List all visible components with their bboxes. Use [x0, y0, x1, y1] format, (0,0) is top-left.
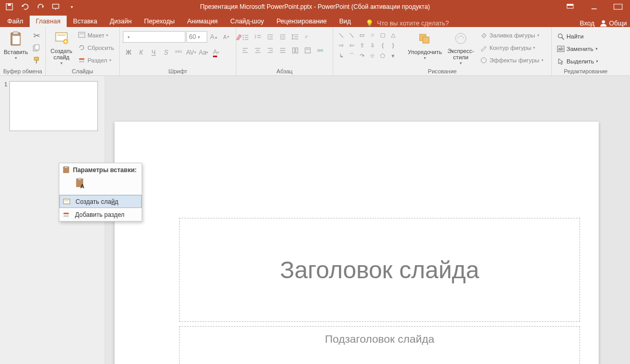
shape-more-icon[interactable]: ▾	[388, 51, 398, 60]
layout-button[interactable]: Макет▾	[76, 30, 116, 41]
shape-line-icon[interactable]: ＼	[336, 30, 346, 40]
cut-icon[interactable]: ✂	[31, 30, 42, 41]
tab-view[interactable]: Вид	[333, 16, 357, 27]
select-button[interactable]: Выделить▾	[555, 56, 600, 67]
shape-line-icon[interactable]: ＼	[347, 30, 356, 40]
line-spacing-button[interactable]	[289, 31, 301, 43]
font-family-combo[interactable]	[123, 31, 185, 43]
copy-icon[interactable]	[31, 43, 42, 53]
paste-keep-text-button[interactable]: A	[74, 177, 87, 190]
find-button[interactable]: Найти	[555, 31, 600, 42]
shapes-gallery[interactable]: ＼ ＼ ▭ ○ ▢ △ ⇨ ⇦ ⇧ ⇩ { } ↳ ⌒ ↷ ☆ ⬠ ▾	[336, 28, 404, 60]
shape-arrow-icon[interactable]: ⇦	[347, 41, 356, 50]
align-text-button[interactable]	[302, 45, 313, 56]
shape-rect-icon[interactable]: ▢	[378, 30, 387, 40]
slide-edit-area[interactable]: Заголовок слайда Подзаголовок слайда	[105, 76, 630, 364]
tab-home[interactable]: Главная	[30, 16, 67, 27]
pen-icon	[480, 44, 487, 51]
shape-arrow-icon[interactable]: ⇧	[357, 41, 367, 50]
justify-button[interactable]	[277, 45, 288, 56]
tab-slideshow[interactable]: Слайд-шоу	[224, 16, 270, 27]
underline-button[interactable]: Ч	[148, 47, 159, 58]
shape-rect-icon[interactable]: ▭	[357, 30, 367, 40]
change-case-button[interactable]: Aa▾	[198, 47, 209, 58]
font-color-button[interactable]: A▾	[210, 47, 222, 58]
svg-text:Iᴬ: Iᴬ	[305, 35, 308, 40]
qat-customize-icon[interactable]: ▾	[66, 1, 78, 12]
shape-callout-icon[interactable]: ⬠	[378, 51, 387, 60]
text-shadow-button[interactable]: ᵃᵇᶜ	[173, 47, 184, 58]
decrease-indent-button[interactable]	[264, 31, 276, 43]
align-right-button[interactable]	[264, 45, 276, 56]
format-painter-icon[interactable]	[31, 55, 42, 66]
drawing-group-label: Рисование	[336, 68, 548, 75]
person-icon	[600, 20, 607, 27]
shape-arrow-icon[interactable]: ⇨	[336, 41, 346, 50]
shape-arc-icon[interactable]: ⌒	[347, 51, 356, 60]
section-button[interactable]: Раздел▾	[76, 55, 116, 66]
arrange-button[interactable]: Упорядочить ▼	[406, 28, 444, 66]
paste-button[interactable]: Вставить ▼	[3, 28, 29, 66]
tab-file[interactable]: Файл	[1, 16, 30, 27]
bold-button[interactable]: Ж	[123, 47, 134, 58]
new-slide-button[interactable]: Создатьслайд ▼	[49, 28, 74, 66]
context-add-section[interactable]: Добавить раздел	[59, 208, 142, 221]
tab-design[interactable]: Дизайн	[104, 16, 138, 27]
redo-icon[interactable]	[34, 1, 47, 12]
tell-me-search[interactable]: 💡 Что вы хотите сделать?	[366, 19, 449, 27]
quick-access-toolbar: ▾	[0, 1, 81, 12]
replace-button[interactable]: abЗаменить▾	[555, 44, 600, 54]
close-icon[interactable]	[606, 0, 630, 14]
save-icon[interactable]	[3, 1, 16, 12]
shape-triangle-icon[interactable]: △	[388, 30, 398, 40]
align-center-button[interactable]	[252, 45, 263, 56]
decrease-font-icon[interactable]: A▼	[221, 31, 232, 43]
undo-icon[interactable]	[19, 1, 31, 12]
minimize-icon[interactable]	[582, 0, 606, 14]
share-button[interactable]: Общи	[600, 20, 627, 27]
shape-effects-button[interactable]: Эффекты фигуры▾	[478, 55, 546, 66]
shape-connector-icon[interactable]: ↳	[336, 51, 346, 60]
svg-point-25	[243, 35, 244, 36]
char-spacing-button[interactable]: AV▾	[185, 47, 197, 58]
strikethrough-button[interactable]: S	[160, 47, 172, 58]
bullets-button[interactable]	[240, 31, 251, 43]
title-placeholder[interactable]: Заголовок слайда	[179, 218, 580, 322]
increase-indent-button[interactable]	[277, 31, 288, 43]
shape-fill-button[interactable]: Заливка фигуры▾	[478, 30, 546, 41]
shape-arrow-icon[interactable]: ⇩	[368, 41, 377, 50]
svg-rect-65	[423, 37, 429, 43]
columns-button[interactable]	[289, 45, 301, 56]
shape-turn-icon[interactable]: ↷	[357, 51, 367, 60]
add-section-icon	[62, 211, 71, 219]
svg-rect-17	[57, 34, 66, 36]
shape-star-icon[interactable]: ☆	[368, 51, 377, 60]
slide-canvas[interactable]: Заголовок слайда Подзаголовок слайда	[115, 122, 599, 364]
shape-brace-icon[interactable]: }	[388, 41, 398, 50]
align-left-button[interactable]	[240, 45, 251, 56]
shape-brace-icon[interactable]: {	[378, 41, 387, 50]
svg-rect-78	[64, 215, 69, 217]
increase-font-icon[interactable]: A▲	[208, 31, 220, 43]
ribbon-display-icon[interactable]	[558, 0, 582, 14]
smartart-button[interactable]	[314, 45, 326, 56]
shape-outline-button[interactable]: Контур фигуры▾	[478, 43, 546, 53]
text-direction-button[interactable]: Iᴬ	[302, 31, 313, 43]
numbering-button[interactable]: 12	[252, 31, 263, 43]
signin-button[interactable]: Вход	[580, 20, 595, 27]
font-size-combo[interactable]: 60	[186, 31, 207, 43]
slide-thumbnail[interactable]	[9, 81, 98, 131]
tab-transitions[interactable]: Переходы	[138, 16, 181, 27]
svg-line-69	[562, 37, 564, 40]
subtitle-placeholder[interactable]: Подзаголовок слайда	[179, 326, 580, 364]
tab-insert[interactable]: Вставка	[67, 16, 103, 27]
paste-options-row: A	[59, 176, 142, 195]
tab-review[interactable]: Рецензирование	[270, 16, 333, 27]
italic-button[interactable]: К	[135, 47, 147, 58]
tab-animation[interactable]: Анимация	[181, 16, 224, 27]
reset-button[interactable]: Сбросить	[76, 43, 116, 53]
quick-styles-button[interactable]: Экспресс-стили ▼	[446, 28, 476, 66]
shape-circle-icon[interactable]: ○	[368, 30, 377, 40]
context-new-slide[interactable]: Создать слайд	[59, 195, 142, 208]
present-icon[interactable]	[50, 1, 62, 12]
